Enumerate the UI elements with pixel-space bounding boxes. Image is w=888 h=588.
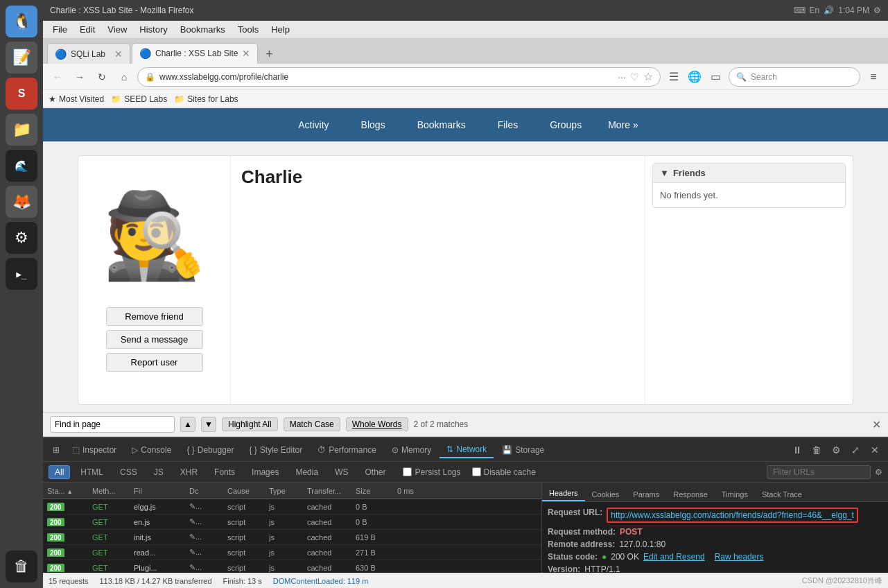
tab-xss[interactable]: 🔵 Charlie : XSS Lab Site ✕ [132,43,258,64]
devtools-tab-network[interactable]: ⇅ Network [439,442,494,458]
filter-css[interactable]: CSS [114,465,143,479]
report-user-button[interactable]: Report user [106,353,203,372]
bookmark-most-visited[interactable]: ★ Most Visited [49,94,104,104]
tab-xss-close[interactable]: ✕ [242,48,250,59]
nav-groups[interactable]: Groups [544,116,587,133]
col-type[interactable]: Type [265,487,303,495]
filter-html[interactable]: HTML [74,465,110,479]
reload-button[interactable]: ↻ [93,68,111,86]
devtools-tab-inspector[interactable]: ⬚ Inspector [65,442,123,458]
nav-activity[interactable]: Activity [293,116,334,133]
find-close-button[interactable]: ✕ [872,418,881,431]
table-row[interactable]: 200 GET en.js ✎... script js cached 0 B [43,514,541,530]
filter-images[interactable]: Images [245,465,285,479]
col-cause[interactable]: Cause [223,487,265,495]
firefox-icon[interactable]: 🦊 [6,186,37,218]
bookmark-seed-labs[interactable]: 📁 SEED Labs [111,94,167,104]
table-row[interactable]: 200 GET init.js ✎... script js cached 61… [43,530,541,545]
match-case-button[interactable]: Match Case [284,417,340,431]
find-input[interactable] [50,416,175,433]
filter-ws[interactable]: WS [329,465,354,479]
menu-edit[interactable]: Edit [74,23,101,36]
col-method[interactable]: Meth... [88,487,130,495]
menu-history[interactable]: History [134,23,173,36]
col-domain[interactable]: Dc [185,487,223,495]
details-tab-cookies[interactable]: Cookies [585,487,627,501]
menu-help[interactable]: Help [265,23,295,36]
devtools-close-button[interactable]: ✕ [867,442,882,458]
new-tab-button[interactable]: + [259,44,279,64]
details-tab-headers[interactable]: Headers [542,486,585,501]
devtools-tab-debugger[interactable]: { } Debugger [180,442,241,458]
home-button[interactable]: ⌂ [115,68,133,86]
filter-all[interactable]: All [49,465,70,479]
menu-tools[interactable]: Tools [232,23,264,36]
nav-files[interactable]: Files [492,116,524,133]
table-row[interactable]: 200 GET elgg.js ✎... script js cached 0 … [43,499,541,514]
filter-settings-icon[interactable]: ⚙ [875,467,882,477]
devtools-settings-button[interactable]: ⚙ [828,442,844,458]
terminal-icon-2[interactable]: S [6,78,37,110]
globe-icon[interactable]: 🌐 [686,68,704,86]
disable-cache-input[interactable] [472,467,481,476]
devtools-pause-button[interactable]: ⏸ [790,442,805,458]
persist-logs-checkbox[interactable]: Persist Logs [403,467,460,477]
nav-blogs[interactable]: Blogs [356,116,391,133]
edit-resend-link[interactable]: Edit and Resend [643,552,705,562]
url-bar[interactable]: 🔒 www.xsslabelgg.com/profile/charlie ···… [137,67,661,87]
devtools-tab-performance[interactable]: ⏱ Performance [311,442,383,458]
nav-more[interactable]: More » [608,119,638,130]
filter-media[interactable]: Media [289,465,324,479]
filter-urls-input[interactable] [767,465,871,479]
details-tab-stack-trace[interactable]: Stack Trace [755,487,809,501]
sidebars-icon[interactable]: ▭ [706,68,724,86]
col-file[interactable]: Fil [130,487,185,495]
persist-logs-input[interactable] [403,467,412,476]
table-row[interactable]: 200 GET Plugi... ✎... script js cached 6… [43,560,541,573]
devtools-tab-memory[interactable]: ⊙ Memory [385,442,438,458]
hamburger-menu[interactable]: ≡ [864,68,882,86]
trash-icon[interactable]: 🗑 [6,551,37,582]
tab-sqli-close[interactable]: ✕ [114,49,123,60]
nav-bookmarks[interactable]: Bookmarks [412,116,471,133]
files-icon[interactable]: 📁 [6,114,37,146]
remove-friend-button[interactable]: Remove friend [106,307,203,326]
reader-view-icon[interactable]: ☰ [665,68,683,86]
terminal-icon[interactable]: ▶_ [6,258,37,290]
col-size[interactable]: Size [351,487,393,495]
col-transfer[interactable]: Transfer... [303,487,351,495]
wireshark-icon[interactable]: 🌊 [6,150,37,182]
settings-icon[interactable]: ⚙ [6,222,37,254]
find-next-button[interactable]: ▼ [201,417,216,432]
whole-words-button[interactable]: Whole Words [346,417,408,431]
devtools-popout-button[interactable]: ⤢ [848,442,863,458]
filter-other[interactable]: Other [358,465,392,479]
col-status[interactable]: Sta... [43,487,88,495]
ubuntu-icon[interactable]: 🐧 [6,6,37,37]
send-message-button[interactable]: Send a message [106,330,203,349]
back-button[interactable]: ← [49,68,67,86]
url-star-icon[interactable]: ☆ [643,70,653,83]
details-tab-timings[interactable]: Timings [715,487,755,501]
filter-xhr[interactable]: XHR [174,465,204,479]
devtools-toggle-button[interactable]: ⊞ [49,442,64,458]
search-box[interactable]: 🔍 Search [729,67,860,87]
tab-sqli[interactable]: 🔵 SQLi Lab ✕ [47,43,130,64]
devtools-tab-style[interactable]: { } Style Editor [242,442,309,458]
devtools-tab-storage[interactable]: 💾 Storage [495,442,551,458]
devtools-tab-console[interactable]: ▷ Console [125,442,178,458]
col-time[interactable]: 0 ms [393,487,541,495]
text-editor-icon[interactable]: 📝 [6,42,37,74]
details-tab-response[interactable]: Response [666,487,715,501]
table-row[interactable]: 200 GET read... ✎... script js cached 27… [43,545,541,560]
menu-file[interactable]: File [47,23,73,36]
forward-button[interactable]: → [71,68,89,86]
find-prev-button[interactable]: ▲ [180,417,195,432]
url-more-button[interactable]: ··· [618,71,626,83]
menu-view[interactable]: View [102,23,132,36]
raw-headers-link[interactable]: Raw headers [715,552,764,562]
bookmark-sites-for-labs[interactable]: 📁 Sites for Labs [174,94,238,104]
devtools-clear-button[interactable]: 🗑 [809,442,824,458]
url-bookmark-icon[interactable]: ♡ [630,71,639,83]
details-tab-params[interactable]: Params [626,487,666,501]
